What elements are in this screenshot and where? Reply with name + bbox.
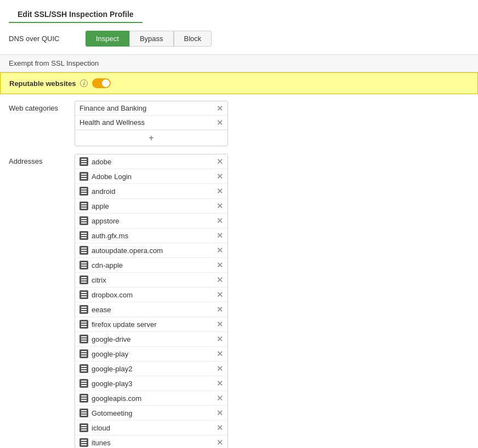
svg-rect-13	[81, 220, 87, 221]
svg-rect-53	[81, 415, 87, 416]
tab-bypass[interactable]: Bypass	[129, 31, 174, 47]
svg-rect-9	[81, 203, 87, 204]
svg-rect-23	[81, 267, 87, 268]
tab-block[interactable]: Block	[174, 31, 212, 47]
address-item: appstore ✕	[75, 214, 227, 228]
address-item: google-play3 ✕	[75, 376, 227, 391]
remove-category-health[interactable]: ✕	[217, 119, 223, 127]
address-item: adobe ✕	[75, 154, 227, 169]
reputable-toggle[interactable]	[92, 78, 111, 88]
svg-rect-48	[81, 395, 87, 397]
remove-address-google-play3[interactable]: ✕	[217, 380, 223, 387]
svg-rect-18	[81, 248, 87, 249]
svg-rect-10	[81, 205, 87, 206]
remove-address-autoupdate-opera[interactable]: ✕	[217, 246, 223, 254]
remove-address-google-play[interactable]: ✕	[217, 350, 223, 358]
web-category-item: Finance and Banking✕	[75, 101, 227, 116]
web-categories-label: Web categories	[9, 101, 75, 112]
address-item: autoupdate.opera.com ✕	[75, 243, 227, 258]
address-icon	[79, 172, 88, 181]
remove-address-citrix[interactable]: ✕	[217, 276, 223, 284]
address-icon	[79, 290, 88, 299]
svg-rect-26	[81, 282, 87, 283]
svg-rect-38	[81, 341, 87, 342]
address-item: eease ✕	[75, 302, 227, 317]
remove-address-auth-gfx[interactable]: ✕	[217, 232, 223, 239]
address-icon	[79, 275, 88, 284]
svg-rect-51	[81, 410, 87, 411]
remove-category-finance[interactable]: ✕	[217, 105, 223, 112]
address-item: google-drive ✕	[75, 332, 227, 347]
address-item: googleapis.com ✕	[75, 391, 227, 406]
remove-address-google-drive[interactable]: ✕	[217, 335, 223, 343]
svg-rect-16	[81, 235, 87, 236]
address-icon	[79, 261, 88, 269]
svg-rect-57	[81, 440, 87, 441]
address-item: Gotomeeting ✕	[75, 406, 227, 421]
address-item: google-play ✕	[75, 347, 227, 361]
svg-rect-17	[81, 237, 87, 238]
svg-rect-5	[81, 178, 87, 179]
dns-label: DNS over QUIC	[9, 35, 75, 43]
address-item: Adobe Login ✕	[75, 169, 227, 184]
address-item: auth.gfx.ms ✕	[75, 228, 227, 243]
address-icon	[79, 379, 88, 388]
svg-rect-34	[81, 324, 87, 325]
addresses-label: Addresses	[9, 154, 75, 165]
remove-address-itunes[interactable]: ✕	[217, 439, 223, 446]
addresses-content: adobe ✕ Adobe Login ✕	[75, 154, 228, 448]
address-item: icloud ✕	[75, 421, 227, 435]
address-icon	[79, 202, 88, 210]
reputable-row: Reputable websites i	[0, 72, 478, 94]
add-web-category-button[interactable]: +	[75, 130, 227, 146]
reputable-label: Reputable websites	[9, 79, 76, 88]
svg-rect-7	[81, 191, 87, 192]
address-item: dropbox.com ✕	[75, 288, 227, 302]
svg-rect-41	[81, 355, 87, 357]
remove-address-googleapis[interactable]: ✕	[217, 394, 223, 402]
svg-rect-58	[81, 442, 87, 443]
svg-rect-19	[81, 250, 87, 251]
svg-rect-29	[81, 296, 87, 297]
svg-rect-27	[81, 292, 87, 293]
svg-rect-33	[81, 321, 87, 323]
svg-rect-55	[81, 427, 87, 428]
remove-address-icloud[interactable]: ✕	[217, 424, 223, 432]
svg-rect-4	[81, 176, 87, 177]
svg-rect-1	[81, 161, 87, 162]
exempt-section: Exempt from SSL Inspection	[0, 54, 478, 72]
tab-inspect[interactable]: Inspect	[86, 31, 129, 47]
remove-address-cdn-apple[interactable]: ✕	[217, 261, 223, 269]
svg-rect-59	[81, 444, 87, 445]
remove-address-appstore[interactable]: ✕	[217, 217, 223, 225]
address-icon	[79, 438, 88, 447]
remove-address-dropbox[interactable]: ✕	[217, 291, 223, 298]
svg-rect-21	[81, 262, 87, 263]
svg-rect-14	[81, 222, 87, 223]
svg-rect-43	[81, 368, 87, 369]
remove-address-eease[interactable]: ✕	[217, 306, 223, 313]
svg-rect-30	[81, 307, 87, 308]
reputable-info-icon[interactable]: i	[80, 79, 88, 87]
address-icon	[79, 246, 88, 255]
svg-rect-50	[81, 400, 87, 401]
remove-address-adobe[interactable]: ✕	[217, 158, 223, 165]
svg-rect-6	[81, 188, 87, 189]
svg-rect-31	[81, 309, 87, 310]
address-icon	[79, 423, 88, 432]
svg-rect-0	[81, 159, 87, 160]
svg-rect-11	[81, 208, 87, 209]
svg-rect-42	[81, 366, 87, 367]
remove-address-apple[interactable]: ✕	[217, 202, 223, 210]
remove-address-firefox-update[interactable]: ✕	[217, 320, 223, 328]
address-icon	[79, 187, 88, 196]
address-item: cdn-apple ✕	[75, 258, 227, 273]
svg-rect-20	[81, 252, 87, 253]
svg-rect-37	[81, 338, 87, 340]
remove-address-google-play2[interactable]: ✕	[217, 365, 223, 372]
address-icon	[79, 335, 88, 343]
remove-address-gotomeeting[interactable]: ✕	[217, 409, 223, 417]
remove-address-android[interactable]: ✕	[217, 187, 223, 195]
address-item: google-play2 ✕	[75, 361, 227, 376]
remove-address-adobe-login[interactable]: ✕	[217, 173, 223, 180]
